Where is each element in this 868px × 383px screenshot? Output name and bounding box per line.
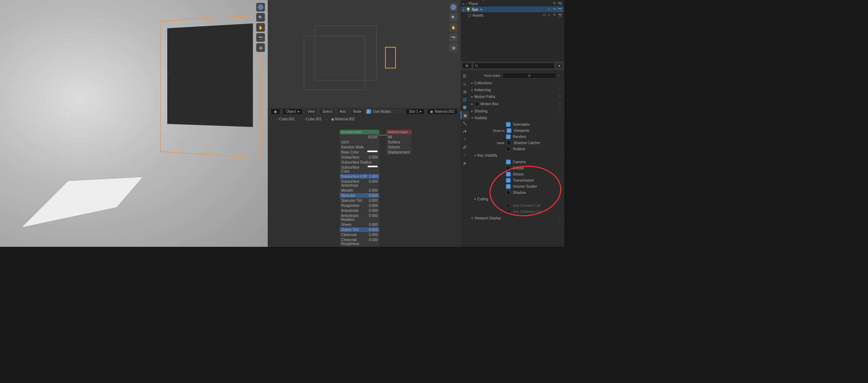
selectable-checkbox[interactable]: ✓ [506, 122, 511, 127]
tab-object[interactable]: ▣ [461, 111, 469, 119]
render-icon[interactable]: 📷 [558, 13, 562, 17]
node-socket-row[interactable]: Clearcoat0.000 [340, 232, 379, 237]
wireframe-viewport[interactable]: 🔍 ✋ 📷 ▦ [268, 0, 461, 108]
node-socket-row[interactable]: Sheen0.000 [340, 222, 379, 227]
eye-icon[interactable]: 👁 [553, 1, 557, 6]
zoom-icon[interactable]: 🔍 [256, 13, 265, 22]
slot-dropdown[interactable]: Slot 1 ▾ [406, 108, 425, 115]
pass-index-field[interactable]: 0 [502, 73, 556, 79]
panel-ray-visibility[interactable]: ▸Ray Visibility⠿ [470, 152, 563, 159]
camera-checkbox[interactable]: ✓ [506, 160, 511, 164]
light-patch [17, 170, 167, 227]
tab-constraints[interactable]: 🔗 [461, 143, 469, 151]
properties-search[interactable] [473, 63, 555, 69]
menu-view[interactable]: View [305, 108, 318, 115]
property-tabs: 🖼 🖨 ▦ 🌐 🌍 ▣ 🔧 ✨ ⚛ 🔗 ▽ ◉ [461, 70, 469, 223]
panel-collections[interactable]: ▸Collections⠿ [470, 80, 563, 86]
renders-checkbox[interactable]: ✓ [506, 134, 511, 139]
use-nodes-label: Use Nodes [373, 110, 391, 113]
eye-icon[interactable]: 👁 [553, 13, 557, 17]
use-nodes-checkbox[interactable]: ✓ [366, 109, 371, 114]
diffuse-checkbox[interactable] [506, 166, 511, 170]
tab-material[interactable]: ◉ [461, 159, 469, 167]
nav-gizmo[interactable] [449, 3, 458, 12]
tab-viewlayer[interactable]: ▦ [461, 88, 469, 95]
menu-select[interactable]: Select [320, 108, 335, 115]
node-socket-row[interactable]: Specular0.500 [340, 193, 379, 198]
glossy-checkbox[interactable]: ✓ [506, 172, 511, 177]
pan-icon[interactable]: ✋ [256, 23, 265, 32]
breadcrumb-material[interactable]: ◉ Material.002 [330, 116, 356, 122]
outliner-item-sun[interactable]: ▸💡Sun☀ ↖👁📷 [461, 6, 564, 12]
node-graph-area[interactable]: Principled BSDF BSDF GGX Random Walk Bas… [268, 123, 461, 247]
camera-cull-checkbox[interactable] [506, 203, 511, 208]
node-socket-row[interactable]: Sheen Tint0.500 [340, 227, 379, 232]
transmission-checkbox[interactable]: ✓ [506, 178, 511, 183]
tab-data[interactable]: ▽ [461, 151, 469, 159]
outliner-item-plane[interactable]: ▸▫Plane 👁📷 [461, 1, 564, 6]
props-editor-dropdown[interactable]: ⚙ [462, 63, 472, 69]
eye-icon[interactable]: 👁 [553, 7, 557, 12]
volume-scatter-checkbox[interactable]: ✓ [506, 184, 511, 189]
zoom-icon[interactable]: 🔍 [449, 13, 458, 22]
ortho-icon[interactable]: ▦ [256, 43, 265, 52]
arrow-icon[interactable]: ↖ [548, 13, 552, 17]
tab-modifiers[interactable]: 🔧 [461, 119, 469, 127]
breadcrumb-mesh[interactable]: ▫ Cube.001 [303, 116, 323, 122]
menu-node[interactable]: Node [351, 108, 364, 115]
node-socket-row[interactable]: Roughness0.000 [340, 203, 379, 208]
menu-add[interactable]: Add [337, 108, 348, 115]
editor-type-dropdown[interactable]: ◉ [271, 108, 280, 115]
nav-gizmo[interactable] [256, 3, 265, 12]
holdout-checkbox[interactable] [506, 147, 511, 151]
panel-motion-paths[interactable]: ▸Motion Paths⠿ [470, 93, 563, 100]
rendered-viewport[interactable]: 🔍 ✋ 📷 ▦ [0, 0, 268, 247]
material-dropdown[interactable]: ◉ Material.002 [427, 108, 458, 115]
shadow-checkbox[interactable] [506, 190, 511, 195]
tab-world[interactable]: 🌍 [461, 103, 469, 111]
panel-culling[interactable]: ▸Culling⠿ [470, 196, 563, 202]
panel-visibility[interactable]: ▸Visibility⠿ [470, 115, 563, 121]
node-socket-row[interactable]: Anisotropic Rotation0.000 [340, 213, 379, 222]
panel-shading[interactable]: ▸Shading⠿ [470, 108, 563, 115]
principled-bsdf-node[interactable]: Principled BSDF BSDF GGX Random Walk Bas… [340, 130, 379, 247]
shadow-catcher-checkbox[interactable] [507, 141, 511, 145]
node-socket-row[interactable]: Subsurface Anisotropy0.000 [340, 179, 379, 188]
breadcrumb-object[interactable]: ▫ Cube.001 [276, 116, 296, 122]
panel-instancing[interactable]: ▸Instancing⠿ [470, 86, 563, 93]
options-dropdown[interactable]: ▾ [556, 63, 563, 69]
tab-output[interactable]: 🖨 [461, 80, 469, 88]
render-icon[interactable]: 📷 [558, 7, 562, 12]
properties-content: Pass Index 0 • ▸Collections⠿ ▸Instancing… [469, 70, 564, 223]
ortho-icon[interactable]: ▦ [449, 43, 458, 52]
node-socket-row[interactable]: Base Color [340, 150, 379, 155]
outliner[interactable]: ▸▫Plane 👁📷 ▸💡Sun☀ ↖👁📷 ▢Assets ☑↖👁📷 [461, 0, 564, 18]
panel-motion-blur[interactable]: ▸Motion Blur⠿ [470, 100, 563, 108]
motion-blur-checkbox[interactable] [474, 102, 479, 106]
outliner-item-assets[interactable]: ▢Assets ☑↖👁📷 [461, 12, 564, 18]
material-output-node[interactable]: Material Output All Surface Volume Displ… [386, 130, 412, 155]
render-icon[interactable]: 📷 [558, 1, 562, 6]
panel-viewport-display[interactable]: ▸Viewport Display⠿ [470, 215, 563, 222]
node-socket-row[interactable]: Subsurface IOR1.400 [340, 174, 379, 179]
node-socket-row[interactable]: Anisotropic0.000 [340, 208, 379, 213]
camera-icon[interactable]: 📷 [256, 33, 265, 42]
tab-particles[interactable]: ✨ [461, 127, 469, 135]
tab-physics[interactable]: ⚛ [461, 135, 469, 143]
node-socket-row[interactable]: Subsurface0.000 [340, 155, 379, 160]
node-socket-row[interactable]: Specular Tint0.000 [340, 198, 379, 203]
arrow-icon[interactable]: ↖ [548, 7, 552, 12]
tab-scene[interactable]: 🌐 [461, 95, 469, 103]
shader-type-dropdown[interactable]: Object ▾ [282, 108, 303, 115]
node-socket-row[interactable]: Subsurface Color [340, 165, 379, 174]
tab-render[interactable]: 🖼 [461, 72, 469, 80]
node-socket-row[interactable]: Subsurface Radius [340, 160, 379, 165]
pan-icon[interactable]: ✋ [449, 23, 458, 32]
node-socket-row[interactable]: Clearcoat Roughness0.030 [340, 237, 379, 246]
node-socket-row[interactable]: IOR1.450 [340, 246, 379, 247]
distance-cull-checkbox[interactable] [506, 209, 511, 214]
check-icon[interactable]: ☑ [543, 13, 547, 17]
viewports-checkbox[interactable]: ✓ [507, 128, 511, 133]
camera-icon[interactable]: 📷 [449, 33, 458, 42]
node-socket-row[interactable]: Metallic0.000 [340, 188, 379, 193]
